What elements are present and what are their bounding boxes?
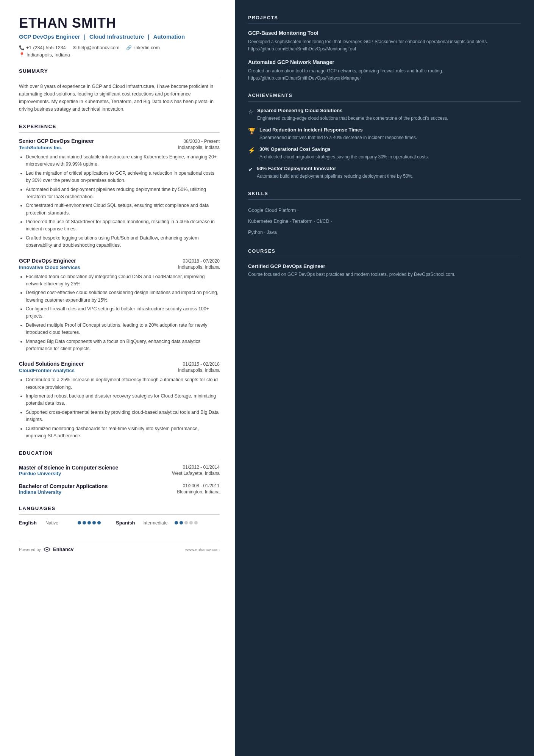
project-desc-1: Developed a sophisticated monitoring too… [248,38,521,52]
achievement-content-1: Speared Pioneering Cloud Solutions Engin… [257,108,448,122]
candidate-title: GCP DevOps Engineer | Cloud Infrastructu… [19,33,220,40]
dot-es-4 [189,521,193,524]
job-sub-1: TechSolutions Inc. Indianapolis, Indiana [19,145,220,150]
edu-date-2: 01/2008 - 01/2011 [183,483,220,489]
footer-powered-by: Powered by Enhancv [19,546,73,552]
job-location-3: Indianapolis, Indiana [178,368,220,373]
education-divider [19,459,220,459]
courses-section: COURSES Certified GCP DevOps Engineer Co… [248,249,521,278]
dot-en-2 [83,521,86,524]
edu-sub-1: Purdue University West Lafayette, Indian… [19,471,220,476]
bullet-3-4: Customized monitoring dashboards for rea… [26,425,220,440]
projects-section: PROJECTS GCP-Based Monitoring Tool Devel… [248,15,521,81]
title-part-1: GCP DevOps Engineer [19,33,80,40]
footer-brand: Enhancv [53,546,73,552]
job-date-1: 08/2020 - Present [184,139,220,144]
bullet-1-2: Led the migration of critical applicatio… [26,170,220,185]
job-header-1: Senior GCP DevOps Engineer 08/2020 - Pre… [19,138,220,144]
lang-item-english: English Native [19,520,101,526]
location-row: 📍 Indianapolis, Indiana [19,52,220,58]
phone-item: 📞 +1-(234)-555-1234 [19,45,66,50]
edu-degree-1: Master of Science in Computer Science [19,465,118,471]
edu-sub-2: Indiana University Bloomington, Indiana [19,489,220,495]
summary-section: SUMMARY With over 8 years of experience … [19,68,220,113]
experience-section: EXPERIENCE Senior GCP DevOps Engineer 08… [19,124,220,440]
project-block-1: GCP-Based Monitoring Tool Developed a so… [248,30,521,52]
title-part-3: Automation [153,33,185,40]
lang-level-english: Native [45,520,74,526]
summary-text: With over 8 years of experience in GCP a… [19,83,220,113]
languages-title: LANGUAGES [19,506,220,511]
bullet-2-5: Managed Big Data components with a focus… [26,338,220,353]
achievement-title-3: 30% Operational Cost Savings [259,146,429,152]
edu-block-2: Bachelor of Computer Applications 01/200… [19,483,220,495]
achievement-title-2: Lead Reduction in Incident Response Time… [259,127,417,133]
phone-number: +1-(234)-555-1234 [26,45,66,50]
job-header-3: Cloud Solutions Engineer 01/2015 - 02/20… [19,361,220,367]
course-desc-1: Course focused on GCP DevOps best practi… [248,271,521,278]
dot-es-2 [180,521,183,524]
email-address: help@enhancv.com [78,45,120,50]
job-date-2: 03/2018 - 07/2020 [183,258,220,264]
lang-name-spanish: Spanish [116,520,139,526]
projects-title: PROJECTS [248,15,521,20]
achievements-section: ACHIEVEMENTS ☆ Speared Pioneering Cloud … [248,93,521,180]
lang-name-english: English [19,520,42,526]
summary-title: SUMMARY [19,68,220,74]
edu-school-2: Indiana University [19,489,61,495]
projects-divider [248,23,521,24]
linkedin-url: linkedin.com [133,45,159,50]
achievement-title-1: Speared Pioneering Cloud Solutions [257,108,448,113]
powered-by-label: Powered by [19,547,41,552]
dot-en-5 [97,521,101,524]
job-sub-3: CloudFrontier Analytics Indianapolis, In… [19,368,220,373]
edu-header-1: Master of Science in Computer Science 01… [19,465,220,471]
linkedin-icon: 🔗 [126,45,132,50]
lang-item-spanish: Spanish Intermediate [116,520,198,526]
job-role-2: GCP DevOps Engineer [19,258,76,264]
dot-en-1 [78,521,81,524]
achievement-content-4: 50% Faster Deployment Innovator Automate… [257,166,414,180]
dot-en-4 [92,521,96,524]
bullet-3-1: Contributed to a 25% increase in deploym… [26,376,220,391]
bullet-3-3: Supported cross-departmental teams by pr… [26,409,220,424]
bullet-2-3: Configured firewall rules and VPC settin… [26,305,220,320]
courses-title: COURSES [248,249,521,254]
job-bullets-1: Developed and maintained scalable infras… [19,153,220,249]
job-location-2: Indianapolis, Indiana [178,265,220,270]
courses-divider [248,257,521,257]
edu-date-1: 01/2012 - 01/2014 [183,465,220,471]
location-text: Indianapolis, Indiana [27,52,70,58]
job-block-3: Cloud Solutions Engineer 01/2015 - 02/20… [19,361,220,440]
achievements-divider [248,101,521,102]
bullet-2-4: Delivered multiple Proof of Concept solu… [26,322,220,337]
skills-title: SKILLS [248,191,521,196]
lang-dots-english [78,521,101,524]
title-sep-1: | [84,33,87,40]
edu-school-1: Purdue University [19,471,61,476]
skills-row-1: Google Cloud Platform · [248,206,521,215]
bullet-1-5: Pioneered the use of Stackdriver for app… [26,218,220,233]
job-date-3: 01/2015 - 02/2018 [183,362,220,367]
languages-row: English Native Spanish Intermediate [19,520,220,526]
skills-row-2: Kubernetes Engine · Terraform · CI/CD · [248,217,521,226]
contact-info: 📞 +1-(234)-555-1234 ✉ help@enhancv.com 🔗… [19,45,220,50]
skills-section: SKILLS Google Cloud Platform · Kubernete… [248,191,521,237]
job-sub-2: Innovative Cloud Services Indianapolis, … [19,265,220,270]
achievement-desc-4: Automated build and deployment pipelines… [257,173,414,180]
title-sep-2: | [148,33,151,40]
project-title-1: GCP-Based Monitoring Tool [248,30,521,36]
education-section: EDUCATION Master of Science in Computer … [19,450,220,495]
resume-container: ETHAN SMITH GCP DevOps Engineer | Cloud … [0,0,534,756]
job-role-1: Senior GCP DevOps Engineer [19,138,94,144]
job-bullets-2: Facilitated team collaboration by integr… [19,273,220,353]
achievement-content-3: 30% Operational Cost Savings Architected… [259,146,429,160]
languages-divider [19,514,220,515]
phone-icon: 📞 [19,45,25,50]
dot-en-3 [87,521,91,524]
footer-row: Powered by Enhancv www.enhancv.com [19,541,220,552]
bullet-2-1: Facilitated team collaboration by integr… [26,273,220,288]
achievement-icon-1: ☆ [248,108,253,115]
achievement-icon-4: ✔ [248,166,253,173]
edu-block-1: Master of Science in Computer Science 01… [19,465,220,476]
